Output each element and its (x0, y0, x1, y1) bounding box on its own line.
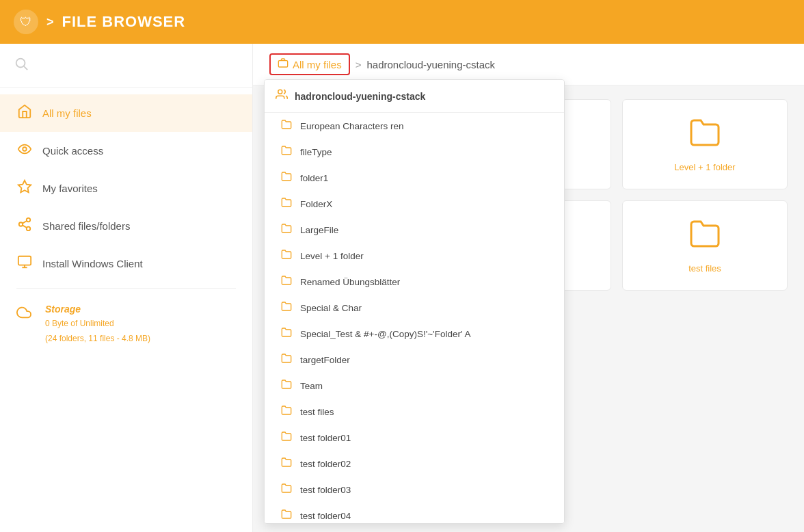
main-layout: All my files Quick access My favorites S… (0, 44, 804, 532)
dropdown-folder-item[interactable]: targetFolder (265, 347, 564, 373)
sidebar-item-shared-files-label: Shared files/folders (42, 220, 130, 232)
folder-icon (281, 379, 292, 393)
header: 🛡 > FILE BROWSER (0, 0, 804, 44)
folder-icon (281, 223, 292, 237)
storage-info-line2: (24 folders, 11 files - 4.8 MB) (45, 332, 150, 345)
dropdown-folder-item[interactable]: LargeFile (265, 217, 564, 243)
sidebar: All my files Quick access My favorites S… (0, 44, 253, 532)
folder-icon (281, 431, 292, 444)
breadcrumb-separator: > (356, 59, 362, 70)
dropdown-folder-item[interactable]: European Characters ren (265, 113, 564, 139)
dropdown-folder-item[interactable]: Renamed Übungsblätter (265, 269, 564, 295)
folder-icon (281, 249, 292, 263)
folder-icon (281, 457, 292, 470)
folder-icon (281, 327, 292, 341)
folder-icon (281, 301, 292, 315)
dropdown-item-label: European Characters ren (300, 121, 404, 131)
header-title: FILE BROWSER (62, 13, 186, 31)
folder-card-label: Level + 1 folder (674, 162, 735, 172)
svg-point-13 (278, 90, 282, 94)
svg-rect-12 (278, 61, 287, 67)
sidebar-item-all-my-files-label: All my files (42, 107, 92, 119)
sidebar-item-quick-access[interactable]: Quick access (0, 132, 252, 170)
folder-card[interactable]: test files (622, 200, 788, 291)
dropdown-folder-item[interactable]: test folder01 (265, 425, 564, 451)
sidebar-item-quick-access-label: Quick access (42, 145, 103, 157)
dropdown-folder-item[interactable]: test folder02 (265, 451, 564, 477)
sidebar-item-my-favorites[interactable]: My favorites (0, 170, 252, 207)
sidebar-nav: All my files Quick access My favorites S… (0, 88, 252, 532)
dropdown-folder-item[interactable]: Special_Test & #+-@,(Copy)S!'~'Folder' A (265, 321, 564, 347)
dropdown-folder-item[interactable]: test files (265, 399, 564, 425)
dropdown-item-label: fileType (300, 147, 332, 157)
home-icon (16, 104, 33, 122)
sidebar-item-my-favorites-label: My favorites (42, 183, 98, 194)
dropdown-folder-item[interactable]: Team (265, 373, 564, 399)
folder-icon (281, 275, 292, 289)
breadcrumb-root-icon (278, 57, 289, 71)
monitor-icon (16, 254, 33, 273)
folder-card[interactable]: Level + 1 folder (622, 99, 788, 189)
header-arrow: > (46, 15, 54, 29)
folder-card-label: test files (688, 263, 721, 274)
folder-icon (281, 119, 292, 133)
search-icon (14, 56, 29, 75)
dropdown-item-label: folder1 (300, 173, 328, 183)
svg-point-2 (23, 147, 27, 151)
dropdown-folder-item[interactable]: FolderX (265, 191, 564, 217)
breadcrumb-current: hadroncloud-yuening-cstack (366, 59, 495, 70)
folder-card-icon (688, 116, 721, 155)
svg-point-0 (16, 59, 25, 68)
dropdown-item-label: targetFolder (300, 355, 350, 365)
folder-card-icon (688, 217, 721, 256)
svg-line-8 (23, 221, 27, 224)
folder-icon (281, 483, 292, 496)
sidebar-item-shared-files[interactable]: Shared files/folders (0, 207, 252, 245)
svg-point-4 (27, 218, 31, 222)
search-bar[interactable] (0, 44, 252, 88)
folder-icon (281, 405, 292, 418)
dropdown-item-label: test folder04 (300, 511, 351, 521)
dropdown-folder-item[interactable]: Special & Char (265, 295, 564, 321)
dropdown-folder-item[interactable]: test folder04 (265, 503, 564, 524)
sidebar-item-install-client[interactable]: Install Windows Client (0, 245, 252, 282)
dropdown-folder-item[interactable]: test folder03 (265, 477, 564, 503)
svg-point-6 (27, 227, 31, 231)
breadcrumb-root-label: All my files (293, 59, 342, 70)
svg-line-7 (23, 225, 27, 228)
breadcrumb-dropdown: hadroncloud-yuening-cstack European Char… (264, 79, 565, 524)
dropdown-item-label: test folder03 (300, 485, 351, 495)
dropdown-item-label: test folder01 (300, 433, 351, 443)
storage-section: Storage 0 Byte of Unlimited (24 folders,… (0, 294, 252, 358)
star-icon (16, 179, 33, 198)
dropdown-folder-item[interactable]: fileType (265, 139, 564, 165)
breadcrumb-root[interactable]: All my files (269, 53, 350, 75)
dropdown-item-label: LargeFile (300, 225, 338, 235)
breadcrumb-bar: All my files > hadroncloud-yuening-cstac… (253, 44, 804, 85)
share-icon (16, 217, 33, 235)
content-area: All my files > hadroncloud-yuening-cstac… (253, 44, 804, 532)
folder-icon (281, 197, 292, 211)
svg-line-1 (24, 66, 27, 70)
dropdown-item-label: FolderX (300, 199, 332, 209)
sidebar-item-all-my-files[interactable]: All my files (0, 94, 252, 132)
logo-icon: 🛡 (14, 10, 38, 34)
dropdown-item-label: Special_Test & #+-@,(Copy)S!'~'Folder' A (300, 329, 471, 339)
sidebar-item-install-client-label: Install Windows Client (42, 258, 143, 269)
dropdown-folder-item[interactable]: folder1 (265, 165, 564, 191)
folder-icon (281, 353, 292, 367)
folder-icon (281, 171, 292, 185)
dropdown-item-label: Special & Char (300, 303, 362, 313)
folder-icon (281, 145, 292, 159)
cloud-icon (16, 305, 31, 323)
dropdown-item-label: test files (300, 407, 334, 417)
dropdown-item-label: test folder02 (300, 459, 351, 469)
dropdown-header-label: hadroncloud-yuening-cstack (295, 91, 425, 102)
dropdown-item-label: Level + 1 folder (300, 251, 364, 261)
sidebar-divider (16, 288, 236, 289)
dropdown-item-label: Renamed Übungsblätter (300, 277, 400, 287)
dropdown-item-label: Team (300, 381, 323, 391)
dropdown-header-icon (276, 88, 288, 104)
svg-rect-9 (18, 256, 31, 265)
dropdown-folder-item[interactable]: Level + 1 folder (265, 243, 564, 269)
